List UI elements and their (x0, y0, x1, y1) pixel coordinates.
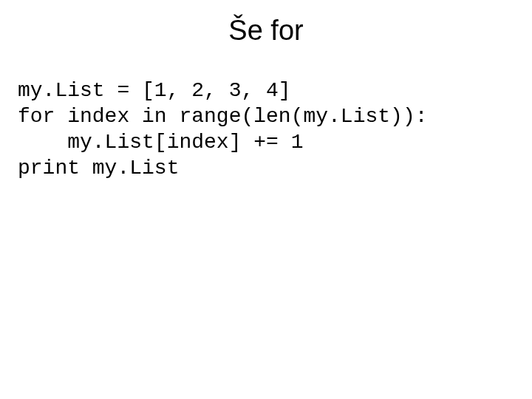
slide-container: Še for my.List = [1, 2, 3, 4] for index … (0, 0, 532, 399)
slide-title: Še for (0, 15, 532, 47)
code-block: my.List = [1, 2, 3, 4] for index in rang… (0, 78, 532, 181)
code-line-2: for index in range(len(my.List)): (18, 105, 428, 128)
code-line-1: my.List = [1, 2, 3, 4] (18, 79, 291, 102)
code-line-3: my.List[index] += 1 (18, 131, 303, 154)
code-line-4: print my.List (18, 157, 179, 180)
